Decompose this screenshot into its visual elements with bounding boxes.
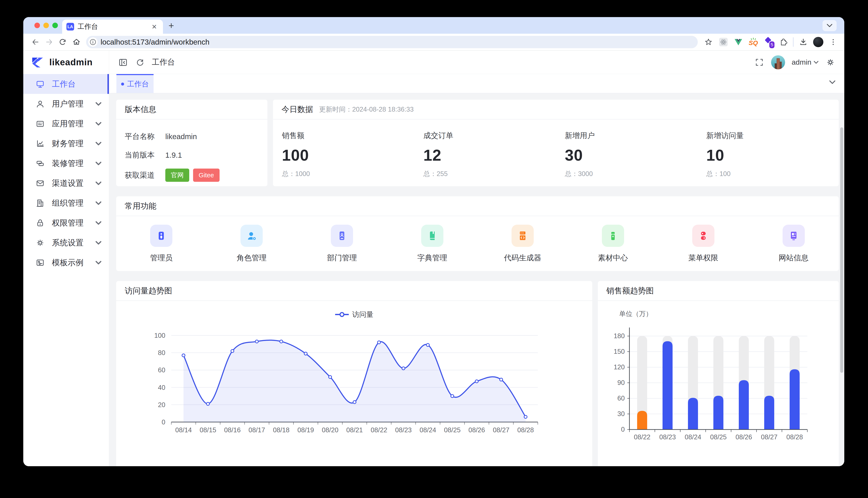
extension-sq-icon[interactable]: SQ bbox=[748, 37, 758, 47]
quick-item-admin[interactable]: 管理员 bbox=[140, 225, 183, 263]
svg-text:80: 80 bbox=[158, 349, 165, 356]
close-window-button[interactable] bbox=[34, 23, 40, 28]
site-info-icon[interactable] bbox=[88, 37, 98, 47]
stat-total: 总：255 bbox=[423, 169, 556, 179]
extension-react-devtools-icon[interactable] bbox=[718, 37, 729, 47]
reload-button[interactable] bbox=[56, 36, 69, 48]
new-tab-button[interactable]: + bbox=[168, 19, 174, 32]
tab-label: 工作台 bbox=[127, 79, 149, 89]
today-data-card: 今日数据 更新时间：2024-08-28 18:36:33 销售额 100 总：… bbox=[273, 100, 839, 186]
building-icon bbox=[35, 198, 45, 208]
card-title: 今日数据 bbox=[281, 104, 313, 115]
browser-profile-avatar[interactable] bbox=[813, 37, 824, 47]
refresh-page-button[interactable] bbox=[135, 57, 145, 68]
svg-text:08/14: 08/14 bbox=[175, 426, 192, 434]
sidebar-item-label: 系统设置 bbox=[52, 237, 88, 248]
sidebar-item-system-settings[interactable]: 系统设置 bbox=[23, 233, 109, 253]
svg-text:08/22: 08/22 bbox=[371, 426, 387, 434]
card-title: 访问量趋势图 bbox=[125, 286, 172, 296]
bookmark-star-icon[interactable] bbox=[703, 37, 714, 47]
svg-text:08/28: 08/28 bbox=[517, 426, 534, 434]
app-logo[interactable]: likeadmin bbox=[23, 51, 109, 74]
settings-button[interactable] bbox=[825, 57, 836, 68]
home-button[interactable] bbox=[70, 36, 82, 48]
collapse-sidebar-button[interactable] bbox=[118, 57, 128, 68]
forward-arrow-icon bbox=[44, 37, 54, 47]
quick-item-code-generator[interactable]: 代码生成器 bbox=[501, 225, 544, 263]
department-card-icon bbox=[331, 225, 353, 247]
address-bar[interactable]: localhost:5173/admin/workbench bbox=[86, 36, 698, 48]
sidebar-item-label: 模板示例 bbox=[52, 257, 88, 268]
extension-diamond-icon[interactable]: 5 bbox=[763, 37, 774, 47]
extension-vue-devtools-icon[interactable] bbox=[733, 37, 743, 47]
fullscreen-button[interactable] bbox=[754, 57, 765, 68]
browser-menu-kebab-icon[interactable] bbox=[828, 37, 838, 47]
stat-orders: 成交订单 12 总：255 bbox=[414, 131, 556, 186]
back-button[interactable] bbox=[29, 36, 42, 48]
extension-badge-count: 5 bbox=[769, 41, 775, 49]
tabbar-dropdown-button[interactable] bbox=[829, 80, 836, 85]
zoom-window-button[interactable] bbox=[52, 23, 58, 28]
quick-item-roles[interactable]: 角色管理 bbox=[230, 225, 273, 263]
gitee-button[interactable]: Gitee bbox=[193, 169, 219, 182]
chart-legend[interactable]: 访问量 bbox=[116, 309, 592, 320]
tab-close-icon[interactable]: ✕ bbox=[150, 22, 159, 31]
sidebar-item-applications[interactable]: 应用管理 bbox=[23, 114, 109, 134]
visits-line-chart[interactable]: 02040608010008/1408/1508/1608/1708/1808/… bbox=[116, 320, 592, 440]
card-title: 常用功能 bbox=[125, 201, 156, 211]
version-info-card: 版本信息 平台名称 likeadmin 当前版本 1.9.1 获 bbox=[116, 100, 267, 186]
quick-item-menu-permissions[interactable]: 菜单权限 bbox=[682, 225, 725, 263]
stat-new-users: 新增用户 30 总：3000 bbox=[556, 131, 697, 186]
sidebar-item-label: 权限管理 bbox=[52, 218, 88, 228]
minimize-window-button[interactable] bbox=[43, 23, 49, 28]
card-title: 版本信息 bbox=[125, 104, 156, 115]
sidebar-item-organization[interactable]: 组织管理 bbox=[23, 193, 109, 213]
username-menu[interactable]: admin bbox=[792, 58, 819, 66]
stat-sales: 销售额 100 总：1000 bbox=[273, 131, 414, 186]
quick-item-departments[interactable]: 部门管理 bbox=[321, 225, 363, 263]
tab-favicon: LA bbox=[66, 23, 74, 30]
downloads-icon[interactable] bbox=[798, 37, 808, 47]
svg-text:SQ: SQ bbox=[749, 39, 758, 46]
tab-search-button[interactable] bbox=[822, 20, 837, 31]
sidebar-item-permissions[interactable]: 权限管理 bbox=[23, 213, 109, 233]
browser-tab[interactable]: LA 工作台 ✕ bbox=[62, 19, 163, 34]
sidebar-item-users[interactable]: 用户管理 bbox=[23, 94, 109, 114]
tab-workbench[interactable]: 工作台 bbox=[116, 74, 154, 93]
sidebar-item-workbench[interactable]: 工作台 bbox=[23, 74, 109, 94]
sidebar-item-decoration[interactable]: 装修管理 bbox=[23, 154, 109, 173]
user-avatar[interactable] bbox=[771, 55, 785, 69]
platform-name-row: 平台名称 likeadmin bbox=[125, 131, 259, 142]
refresh-icon bbox=[136, 57, 145, 67]
official-site-button[interactable]: 官网 bbox=[165, 169, 189, 182]
chevron-down-icon bbox=[95, 122, 102, 126]
website-info-icon bbox=[782, 225, 805, 247]
url-text[interactable]: localhost:5173/admin/workbench bbox=[101, 38, 209, 46]
svg-text:60: 60 bbox=[158, 366, 165, 374]
dictionary-book-icon bbox=[421, 225, 443, 247]
tab-title: 工作台 bbox=[78, 22, 146, 31]
forward-button[interactable] bbox=[43, 36, 55, 48]
quick-item-website-info[interactable]: 网站信息 bbox=[772, 225, 815, 263]
chevron-down-icon bbox=[95, 102, 102, 106]
stat-label: 销售额 bbox=[282, 131, 414, 141]
quick-item-dictionary[interactable]: 字典管理 bbox=[411, 225, 454, 263]
sidebar-item-template-examples[interactable]: 模板示例 bbox=[23, 253, 109, 273]
stat-total: 总：1000 bbox=[282, 169, 414, 179]
row-label: 获取渠道 bbox=[125, 170, 165, 180]
stat-label: 成交订单 bbox=[423, 131, 556, 141]
page-scrollbar-thumb[interactable] bbox=[840, 127, 843, 373]
svg-text:08/20: 08/20 bbox=[322, 426, 339, 434]
svg-text:08/27: 08/27 bbox=[761, 433, 778, 441]
extensions-puzzle-icon[interactable] bbox=[778, 37, 788, 47]
sales-bar-chart[interactable]: 030609012015018008/2208/2308/2408/2508/2… bbox=[598, 318, 839, 446]
quick-item-material-center[interactable]: 素材中心 bbox=[592, 225, 634, 263]
svg-text:08/17: 08/17 bbox=[248, 426, 265, 434]
svg-text:20: 20 bbox=[158, 401, 165, 409]
sidebar-item-channels[interactable]: 渠道设置 bbox=[23, 173, 109, 193]
sidebar-item-finance[interactable]: 财务管理 bbox=[23, 134, 109, 154]
chevron-down-icon bbox=[95, 201, 102, 205]
stat-value: 100 bbox=[282, 146, 414, 164]
likeadmin-logo-icon bbox=[30, 56, 44, 68]
sidebar-item-label: 应用管理 bbox=[52, 118, 88, 129]
